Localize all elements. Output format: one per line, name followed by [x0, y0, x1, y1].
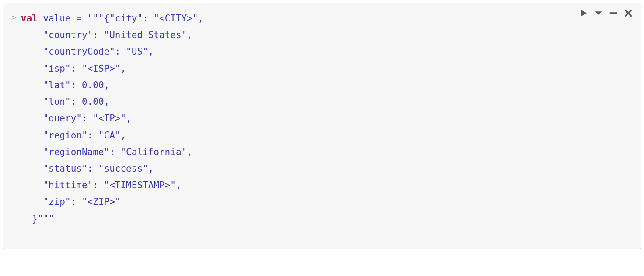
colon: :: [93, 30, 98, 40]
colon: :: [93, 180, 98, 190]
val-lat: 0.00: [82, 80, 104, 90]
keyword-val: val: [21, 13, 38, 24]
key-lat: "lat": [43, 80, 70, 90]
val-lon: 0.00: [82, 97, 104, 107]
key-city: "city": [109, 13, 143, 24]
val-zip: "<ZIP>": [82, 197, 121, 207]
code-area[interactable]: > val value = """{"city": "<CITY>", "cou…: [12, 9, 632, 227]
svg-rect-0: [610, 12, 617, 14]
key-lon: "lon": [43, 97, 70, 107]
triple-quote-close: """: [38, 214, 54, 224]
key-isp: "isp": [43, 63, 70, 74]
comma: ,: [120, 63, 126, 74]
val-status: "success": [98, 163, 148, 174]
colon: :: [88, 163, 93, 174]
colon: :: [143, 13, 148, 24]
key-status: "status": [43, 163, 87, 174]
colon: :: [115, 46, 121, 57]
colon: :: [71, 197, 77, 207]
comma: ,: [148, 163, 154, 174]
key-regionName: "regionName": [43, 147, 109, 157]
gutter-prompt: >: [12, 9, 21, 21]
val-country: "United States": [104, 30, 187, 40]
key-region: "region": [43, 130, 87, 141]
colon: :: [88, 130, 93, 141]
comma: ,: [104, 80, 110, 90]
comma: ,: [126, 113, 132, 124]
cell-toolbar: [579, 8, 633, 18]
val-hittime: "<TIMESTAMP>": [104, 180, 176, 190]
comma: ,: [148, 46, 154, 57]
val-region: "CA": [98, 130, 121, 141]
expand-icon[interactable]: [594, 8, 603, 18]
minimize-icon[interactable]: [609, 8, 618, 18]
val-regionName: "California": [120, 147, 187, 157]
key-hittime: "hittime": [43, 180, 93, 190]
run-icon[interactable]: [579, 8, 588, 18]
key-countryCode: "countryCode": [43, 46, 115, 57]
key-zip: "zip": [43, 197, 70, 207]
equals: =: [76, 13, 82, 24]
val-isp: "<ISP>": [82, 63, 121, 74]
comma: ,: [176, 180, 182, 190]
brace-close: }: [32, 214, 38, 224]
colon: :: [109, 147, 115, 157]
val-query: "<IP>": [93, 113, 126, 124]
colon: :: [71, 63, 77, 74]
comma: ,: [120, 130, 126, 141]
key-country: "country": [43, 30, 93, 40]
key-query: "query": [43, 113, 82, 124]
colon: :: [71, 80, 77, 90]
close-icon[interactable]: [623, 8, 633, 18]
comma: ,: [198, 13, 204, 24]
val-countryCode: "US": [126, 46, 148, 57]
colon: :: [71, 97, 77, 107]
comma: ,: [187, 30, 192, 40]
code-cell: > val value = """{"city": "<CITY>", "cou…: [3, 3, 641, 249]
comma: ,: [104, 97, 110, 107]
colon: :: [82, 113, 88, 124]
triple-quote-open: """: [88, 13, 104, 24]
val-city: "<CITY>": [154, 13, 198, 24]
code-block[interactable]: val value = """{"city": "<CITY>", "count…: [21, 9, 203, 227]
ident-value: value: [43, 13, 70, 24]
comma: ,: [187, 147, 192, 157]
brace-open: {: [104, 13, 110, 24]
